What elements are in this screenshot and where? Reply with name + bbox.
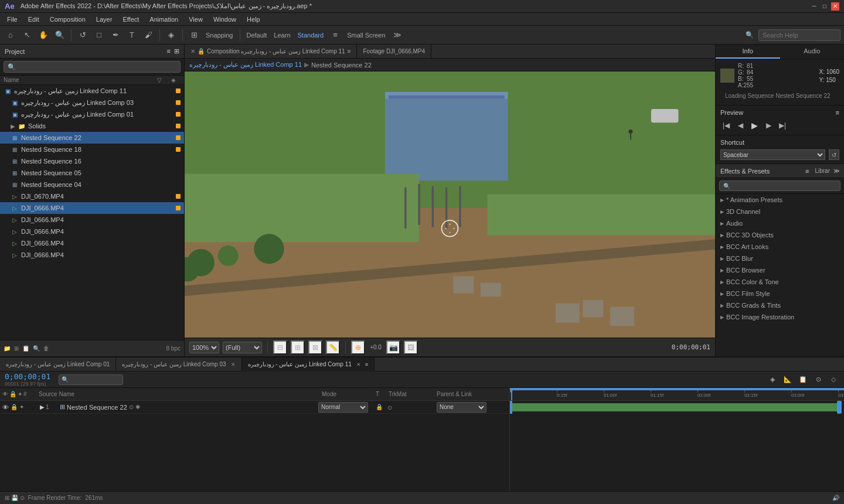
project-icon-btn[interactable]: ⊞ bbox=[174, 47, 179, 55]
project-item-dji0666-1[interactable]: ▷ DJI_0666.MP4 bbox=[0, 202, 184, 214]
workspace-small[interactable]: Small Screen bbox=[345, 32, 387, 39]
mode-select-1[interactable]: Normal bbox=[318, 402, 368, 413]
more-effects[interactable]: ≫ bbox=[833, 168, 839, 174]
preview-menu[interactable]: ≡ bbox=[836, 109, 839, 116]
layer-switch-1[interactable]: ⊙ bbox=[129, 404, 134, 410]
layer-row-1[interactable]: 👁 🔒 ✦ ▶ 1 ⊞ Nested Sequence 22 ⊙ ✱ Norma… bbox=[0, 401, 509, 414]
project-item-comp11[interactable]: ▣ زمین عباس - رودبارچیره Linked Comp 11 bbox=[0, 85, 184, 97]
lock-toggle-1[interactable]: 🔒 bbox=[11, 404, 18, 410]
status-icon-3[interactable]: ⊙ bbox=[20, 495, 25, 501]
parent-select-1[interactable]: None bbox=[437, 402, 486, 413]
visibility-toggle-1[interactable]: 👁 bbox=[2, 404, 9, 411]
workspace-menu[interactable]: ≡ bbox=[328, 28, 342, 42]
effects-item-bccgrads[interactable]: ▶ BCC Grads & Tints bbox=[716, 299, 844, 311]
transparency-grid[interactable]: ⊞ bbox=[291, 340, 305, 355]
viewer-tab-comp[interactable]: ✕ 🔒 Composition زمین عباس - رودبارچیره L… bbox=[185, 45, 357, 59]
snapshot[interactable]: 📷 bbox=[386, 340, 400, 355]
menu-edit[interactable]: Edit bbox=[23, 15, 44, 24]
project-item-ns04[interactable]: ⊞ Nested Sequence 04 bbox=[0, 179, 184, 190]
shortcut-select[interactable]: Spacebar bbox=[720, 149, 825, 160]
maximize-button[interactable]: □ bbox=[821, 2, 829, 11]
menu-animation[interactable]: Animation bbox=[145, 15, 183, 24]
workspace-standard[interactable]: Standard bbox=[295, 32, 326, 39]
zoom-tool[interactable]: 🔍 bbox=[53, 28, 67, 42]
project-item-ns18[interactable]: ⊞ Nested Sequence 18 bbox=[0, 144, 184, 155]
menu-composition[interactable]: Composition bbox=[45, 15, 90, 24]
show-snapshot[interactable]: 🖼 bbox=[404, 340, 418, 355]
project-item-dji0666-3[interactable]: ▷ DJI_0666.MP4 bbox=[0, 226, 184, 237]
tab11-menu[interactable]: ≡ bbox=[365, 362, 368, 367]
new-comp-icon[interactable]: ⊞ bbox=[14, 345, 19, 352]
search-project-icon[interactable]: 🔍 bbox=[33, 345, 40, 352]
close-tab03[interactable]: ✕ bbox=[231, 362, 236, 367]
text-tool[interactable]: T bbox=[125, 28, 139, 42]
menu-layer[interactable]: Layer bbox=[91, 15, 117, 24]
effects-item-bccimage[interactable]: ▶ BCC Image Restoration bbox=[716, 311, 844, 323]
hand-tool[interactable]: ✋ bbox=[36, 28, 50, 42]
minimize-button[interactable]: ─ bbox=[810, 2, 818, 11]
brush-tool[interactable]: 🖌 bbox=[141, 28, 155, 42]
project-menu-icon[interactable]: ≡ bbox=[167, 47, 171, 55]
effects-item-bcc3d[interactable]: ▶ BCC 3D Objects bbox=[716, 229, 844, 241]
project-item-ns16[interactable]: ⊞ Nested Sequence 16 bbox=[0, 155, 184, 167]
zoom-select[interactable]: 100% 50% 200% bbox=[189, 342, 219, 353]
skip-to-end[interactable]: ▶| bbox=[777, 120, 788, 131]
effects-item-bccblur[interactable]: ▶ BCC Blur bbox=[716, 253, 844, 264]
project-search-input[interactable] bbox=[4, 61, 181, 73]
timeline-tab-comp03[interactable]: زمین عباس - رودبارچیره Linked Comp 03 ✕ bbox=[116, 357, 241, 372]
effects-item-3d-channel[interactable]: ▶ 3D Channel bbox=[716, 206, 844, 217]
project-item-dji0670[interactable]: ▷ DJI_0670.MP4 bbox=[0, 190, 184, 202]
close-tab-comp[interactable]: ✕ bbox=[190, 48, 195, 55]
project-item-ns05[interactable]: ⊞ Nested Sequence 05 bbox=[0, 167, 184, 179]
tab-comp-menu[interactable]: ≡ bbox=[348, 48, 351, 55]
sort-icon[interactable]: ▽ bbox=[157, 77, 169, 83]
effects-item-animation-presets[interactable]: ▶ * Animation Presets bbox=[716, 194, 844, 206]
snapping-icon[interactable]: ⊞ bbox=[187, 28, 201, 42]
skip-to-start[interactable]: |◀ bbox=[720, 120, 732, 131]
shape-tool[interactable]: □ bbox=[92, 28, 106, 42]
close-button[interactable]: ✕ bbox=[831, 2, 839, 11]
home-tool[interactable]: ⌂ bbox=[4, 28, 18, 42]
breadcrumb-comp[interactable]: زمین عباس - رودبارچیره Linked Comp 11 bbox=[189, 61, 302, 69]
delete-icon[interactable]: 🗑 bbox=[43, 345, 49, 352]
project-item-comp03[interactable]: ▣ زمین عباس - رودبارچیره Linked Comp 03 bbox=[0, 97, 184, 108]
effects-item-bcccolor[interactable]: ▶ BCC Color & Tone bbox=[716, 276, 844, 288]
puppet-tool[interactable]: ◈ bbox=[164, 28, 178, 42]
expand-arrow-solids[interactable]: ▶ bbox=[11, 123, 15, 130]
effects-item-bccbrowser[interactable]: ▶ BCC Browser bbox=[716, 264, 844, 276]
timeline-tab-comp11[interactable]: زمین عباس - رودبارچیره Linked Comp 11 ✕ … bbox=[242, 357, 375, 372]
project-item-comp01[interactable]: ▣ زمین عباس - رودبارچیره Linked Comp 01 bbox=[0, 108, 184, 120]
expand-layer-1[interactable]: ▶ bbox=[40, 404, 45, 410]
audio-tab[interactable]: Audio bbox=[780, 45, 845, 59]
play-pause[interactable]: ▶ bbox=[748, 120, 760, 131]
status-icon-1[interactable]: ⊞ bbox=[5, 495, 9, 501]
timeline-tab-comp01[interactable]: زمین عباس - رودبارچیره Linked Comp 01 bbox=[0, 357, 116, 372]
snapping-label[interactable]: Snapping bbox=[203, 32, 236, 39]
menu-window[interactable]: Window bbox=[209, 15, 241, 24]
timeline-search[interactable] bbox=[59, 374, 123, 385]
region-of-interest[interactable]: ⊟ bbox=[273, 340, 287, 355]
step-back[interactable]: ◀ bbox=[734, 120, 746, 131]
workspace-default[interactable]: Default bbox=[244, 32, 270, 39]
rulers[interactable]: 📏 bbox=[326, 340, 340, 355]
motion-blur-icon[interactable]: ⊙ bbox=[812, 374, 824, 386]
menu-help[interactable]: Help bbox=[242, 15, 265, 24]
project-item-ns22[interactable]: ⊞ Nested Sequence 22 bbox=[0, 132, 184, 144]
draft-icon[interactable]: 📋 bbox=[797, 374, 809, 386]
effects-item-bccart[interactable]: ▶ BCC Art Looks bbox=[716, 241, 844, 253]
menu-file[interactable]: File bbox=[2, 15, 22, 24]
shy-toggle-1[interactable]: ✦ bbox=[19, 404, 24, 410]
step-forward[interactable]: ▶ bbox=[763, 120, 774, 131]
safe-zones[interactable]: ⊠ bbox=[308, 340, 322, 355]
new-item-icon[interactable]: 📋 bbox=[22, 345, 29, 352]
info-tab[interactable]: Info bbox=[716, 45, 780, 59]
effects-menu[interactable]: ≡ bbox=[805, 168, 809, 175]
playhead[interactable] bbox=[511, 388, 512, 400]
tag-icon[interactable]: ◈ bbox=[171, 77, 181, 83]
effects-item-bccfilm[interactable]: ▶ BCC Film Style bbox=[716, 288, 844, 299]
search-help-input[interactable] bbox=[758, 29, 840, 41]
reset-exposure[interactable]: ⊕ bbox=[351, 340, 365, 355]
current-timecode[interactable]: 0;00;00;01 bbox=[5, 372, 50, 381]
render-icon[interactable]: 📐 bbox=[782, 374, 794, 386]
new-folder-icon[interactable]: 📁 bbox=[4, 345, 11, 352]
